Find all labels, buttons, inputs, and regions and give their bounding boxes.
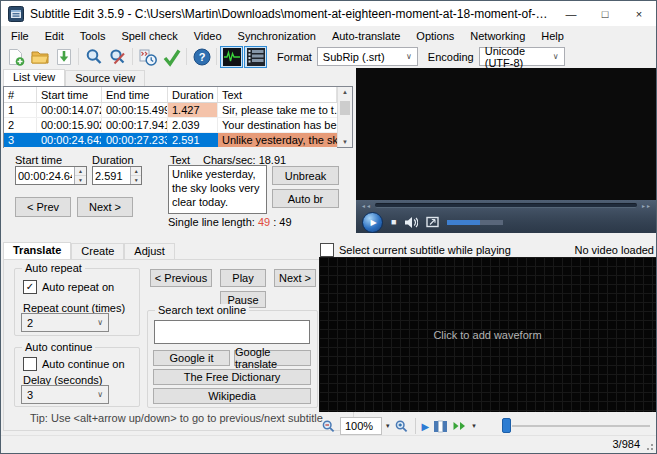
zoom-dropdown-icon[interactable]: ▾: [386, 422, 390, 430]
menu-item-file[interactable]: File: [3, 27, 37, 45]
encoding-select[interactable]: Unicode (UTF-8) ∨: [479, 47, 565, 66]
help-button[interactable]: ?: [190, 46, 213, 68]
volume-icon[interactable]: [404, 216, 418, 229]
tab-adjust[interactable]: Adjust: [124, 243, 175, 259]
search-icon: [84, 47, 104, 67]
format-select[interactable]: SubRip (.srt) ∨: [317, 47, 418, 66]
menu-item-tools[interactable]: Tools: [72, 27, 114, 45]
video-play-button[interactable]: ▶: [362, 212, 383, 233]
tab-list-view[interactable]: List view: [3, 69, 65, 86]
delay-select[interactable]: 3 ∨: [21, 385, 109, 404]
seek-back-icon[interactable]: ◄◄: [361, 203, 371, 209]
app-icon: [8, 6, 24, 22]
google-translate-button[interactable]: Google translate: [234, 350, 311, 366]
find-button[interactable]: [82, 46, 105, 68]
next-button[interactable]: Next >: [274, 269, 316, 287]
chevron-down-icon: ∨: [548, 52, 564, 61]
menu-item-networking[interactable]: Networking: [462, 27, 533, 45]
spin-up-icon[interactable]: ▲: [75, 167, 86, 176]
scroll-up-icon[interactable]: ▲: [342, 89, 348, 95]
scroll-thumb[interactable]: [340, 101, 350, 115]
fullscreen-icon[interactable]: [426, 216, 439, 228]
zoom-level-select[interactable]: 100%: [340, 417, 382, 435]
previous-button[interactable]: < Previous: [150, 269, 212, 287]
menu-item-spell-check[interactable]: Spell check: [113, 27, 185, 45]
window-title: Subtitle Edit 3.5.9 - C:\Users\Martin\Do…: [30, 7, 554, 21]
duration-stepper[interactable]: ▲ ▼: [130, 167, 141, 184]
slider-thumb[interactable]: [502, 418, 511, 433]
toggle-waveform-button[interactable]: [220, 46, 243, 68]
free-dictionary-button[interactable]: The Free Dictionary: [153, 369, 311, 385]
new-file-button[interactable]: [4, 46, 27, 68]
menu-item-edit[interactable]: Edit: [37, 27, 72, 45]
zoom-in-button[interactable]: [394, 419, 409, 434]
visual-sync-button[interactable]: [136, 46, 159, 68]
video-icon: [247, 48, 265, 66]
seek-forward-icon[interactable]: ►►: [641, 203, 651, 209]
table-scrollbar[interactable]: ▲ ▼: [337, 87, 352, 147]
auto-continue-group: Auto continue Auto continue on Delay (se…: [14, 347, 140, 407]
header-duration[interactable]: Duration: [168, 87, 218, 102]
spin-up-icon[interactable]: ▲: [131, 167, 141, 176]
minimize-button[interactable]: —: [554, 1, 588, 26]
volume-slider[interactable]: [447, 220, 503, 225]
table-row[interactable]: 2 00:00:15.902 00:00:17.941 2.039 Your d…: [4, 118, 337, 133]
close-button[interactable]: ×: [622, 1, 656, 26]
spell-check-button[interactable]: [160, 46, 183, 68]
single-line-length: Single line length: 49 : 49: [168, 216, 292, 228]
wikipedia-button[interactable]: Wikipedia: [153, 388, 311, 404]
fast-forward-button[interactable]: [452, 419, 468, 433]
duration-input[interactable]: ▲ ▼: [92, 166, 142, 185]
maximize-button[interactable]: □: [588, 1, 622, 26]
seek-bar[interactable]: [375, 203, 637, 208]
table-row[interactable]: 1 00:00:14.072 00:00:15.499 1.427 Sir, p…: [4, 103, 337, 118]
play-button[interactable]: Play: [220, 269, 266, 287]
tab-translate[interactable]: Translate: [3, 242, 71, 259]
toggle-video-button[interactable]: [244, 46, 267, 68]
spin-down-icon[interactable]: ▼: [131, 176, 141, 184]
auto-repeat-group: Auto repeat ✓ Auto repeat on Repeat coun…: [14, 268, 140, 336]
header-number[interactable]: #: [4, 87, 37, 102]
scroll-down-icon[interactable]: ▼: [342, 139, 348, 145]
header-start-time[interactable]: Start time: [37, 87, 102, 102]
save-button[interactable]: [52, 46, 75, 68]
menu-item-synchronization[interactable]: Synchronization: [230, 27, 324, 45]
resize-grip[interactable]: [644, 441, 654, 451]
google-it-button[interactable]: Google it: [153, 350, 230, 366]
select-subtitle-checkbox[interactable]: Select current subtitle while playing: [320, 243, 511, 257]
auto-br-button[interactable]: Auto br: [272, 189, 339, 208]
tab-source-view[interactable]: Source view: [65, 70, 145, 86]
table-row-selected[interactable]: 3 00:00:24.642 00:00:27.233 2.591 Unlike…: [4, 133, 337, 148]
tab-create[interactable]: Create: [71, 243, 124, 259]
start-time-stepper[interactable]: ▲ ▼: [74, 167, 86, 184]
spell-check-icon: [162, 47, 182, 67]
waveform-play-button[interactable]: ▶: [422, 421, 430, 432]
menu-item-auto-translate[interactable]: Auto-translate: [324, 27, 408, 45]
auto-continue-checkbox[interactable]: Auto continue on: [23, 357, 125, 371]
header-end-time[interactable]: End time: [102, 87, 168, 102]
header-text[interactable]: Text: [218, 87, 337, 102]
checkbox-checked-icon: ✓: [23, 280, 37, 294]
fast-forward-dropdown-icon[interactable]: ▾: [472, 422, 476, 430]
spin-down-icon[interactable]: ▼: [75, 176, 86, 184]
next-subtitle-button[interactable]: Next >: [77, 197, 133, 217]
auto-repeat-checkbox[interactable]: ✓ Auto repeat on: [23, 280, 114, 294]
search-input[interactable]: [154, 320, 310, 344]
bottom-tab-control: Translate Create Adjust Auto repeat ✓ Au…: [3, 242, 354, 431]
edit-panel: Start time ▲ ▼ Duration ▲ ▼ Text Chars/s…: [3, 151, 355, 237]
waveform-hint: Click to add waveform: [433, 329, 541, 341]
zoom-out-button[interactable]: [321, 419, 336, 434]
menu-item-video[interactable]: Video: [186, 27, 230, 45]
vertical-zoom-button[interactable]: [433, 419, 448, 434]
start-time-input[interactable]: ▲ ▼: [15, 166, 87, 185]
waveform-panel[interactable]: Click to add waveform: [319, 257, 656, 412]
replace-button[interactable]: [106, 46, 129, 68]
repeat-count-select[interactable]: 2 ∨: [21, 313, 109, 332]
video-stop-button[interactable]: ■: [391, 217, 396, 227]
prev-subtitle-button[interactable]: < Prev: [15, 197, 71, 217]
menu-item-help[interactable]: Help: [533, 27, 572, 45]
open-file-button[interactable]: [28, 46, 51, 68]
subtitle-text-area[interactable]: Unlike yesterday, the sky looks very cle…: [168, 165, 267, 214]
unbreak-button[interactable]: Unbreak: [272, 166, 339, 185]
menu-item-options[interactable]: Options: [408, 27, 462, 45]
